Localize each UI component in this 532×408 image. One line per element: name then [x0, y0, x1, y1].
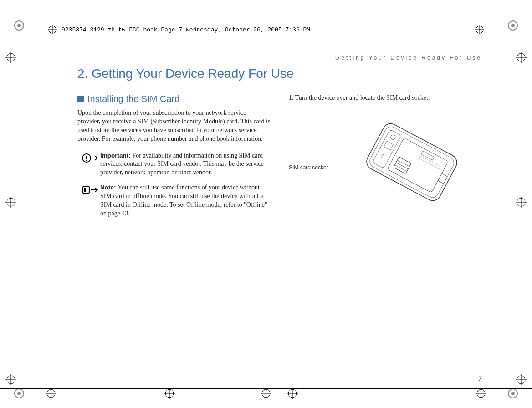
- crop-mark-br: [507, 388, 518, 399]
- important-label: Important:: [100, 152, 133, 159]
- crop-mark-tr: [507, 20, 518, 31]
- crop-mark-tl: [14, 20, 25, 31]
- register-icon: [5, 197, 16, 208]
- square-bullet-icon: [77, 96, 84, 102]
- svg-point-5: [17, 392, 21, 395]
- register-icon: [46, 388, 56, 399]
- crop-mark-bl: [14, 388, 25, 399]
- book-header: 9235874_3129_zh_tw_FCC.book Page 7 Wedne…: [48, 23, 484, 36]
- register-icon: [476, 388, 486, 399]
- svg-point-3: [511, 24, 515, 27]
- right-column: 1. Turn the device over and locate the S…: [289, 94, 482, 224]
- svg-rect-34: [84, 188, 86, 192]
- register-icon: [516, 374, 527, 385]
- phone-back-illustration: NOKIA: [348, 110, 476, 214]
- top-trim-rule: [0, 46, 532, 46]
- left-column: Installing the SIM Card Upon the complet…: [77, 94, 271, 224]
- svg-point-7: [511, 392, 515, 395]
- important-block: Important: For availability and informat…: [77, 152, 271, 178]
- note-block: Note: You can still use some functions o…: [77, 184, 271, 218]
- note-body: You can still use some functions of your…: [100, 184, 267, 217]
- chapter-title: 2. Getting Your Device Ready For Use: [77, 66, 482, 81]
- register-icon: [516, 197, 527, 208]
- note-icon: [82, 184, 100, 218]
- register-icon: [261, 388, 271, 399]
- important-icon: [82, 153, 100, 178]
- book-header-text: 9235874_3129_zh_tw_FCC.book Page 7 Wedne…: [61, 26, 310, 33]
- register-icon: [475, 25, 484, 34]
- sim-socket-figure: SIM card socket: [289, 110, 482, 219]
- svg-rect-33: [83, 186, 89, 194]
- intro-paragraph: Upon the completion of your subscription…: [77, 109, 271, 143]
- note-text: Note: You can still use some functions o…: [100, 184, 271, 218]
- page-number: 7: [478, 374, 482, 382]
- header-rule: [315, 30, 471, 30]
- page-content: Getting Your Device Ready For Use 2. Get…: [77, 55, 482, 382]
- figure-label: SIM card socket: [289, 164, 328, 171]
- section-heading: Installing the SIM Card: [77, 94, 271, 104]
- register-icon: [287, 388, 298, 399]
- register-icon: [5, 52, 16, 63]
- register-icon: [164, 388, 175, 399]
- section-title: Installing the SIM Card: [87, 94, 179, 104]
- register-icon: [48, 25, 57, 34]
- svg-point-1: [17, 24, 21, 27]
- register-icon: [5, 374, 16, 385]
- register-icon: [516, 52, 527, 63]
- step-1-text: 1. Turn the device over and locate the S…: [289, 94, 482, 102]
- running-head: Getting Your Device Ready For Use: [77, 55, 482, 61]
- important-text: Important: For availability and informat…: [100, 152, 271, 178]
- note-label: Note:: [100, 184, 118, 191]
